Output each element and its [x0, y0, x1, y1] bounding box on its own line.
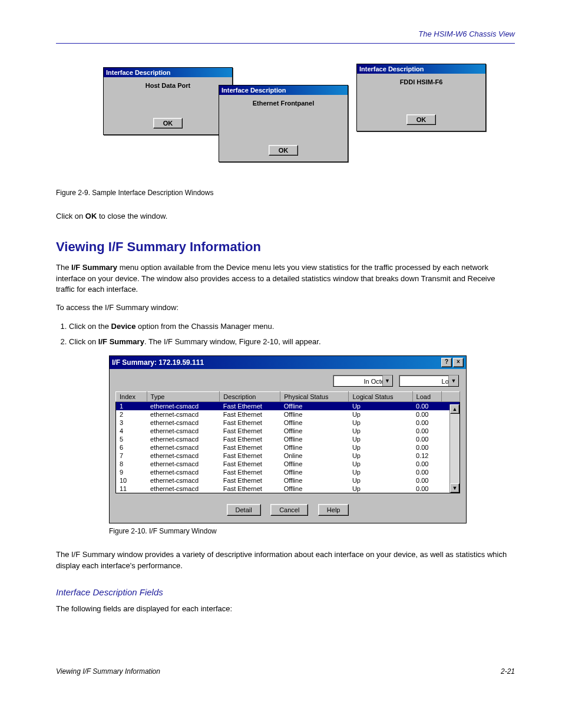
steps-list: Click on the Device option from the Chas…	[56, 321, 515, 347]
cell-log: Up	[349, 435, 412, 443]
cell-phys: Offline	[280, 460, 349, 468]
footer-left: Viewing I/F Summary Information	[56, 667, 160, 676]
cell-phys: Offline	[280, 435, 349, 443]
table-row[interactable]: 8ethernet-csmacdFast EthernetOfflineUp0.…	[116, 460, 460, 468]
help-button[interactable]: Help	[318, 504, 349, 516]
col-type[interactable]: Type	[147, 392, 220, 402]
cell-phys: Offline	[280, 476, 349, 485]
header-rule	[56, 43, 515, 44]
help-icon[interactable]: ?	[441, 358, 452, 367]
dialog-text: Host Data Port	[104, 77, 232, 94]
combo-metric[interactable]: In Octets ▼	[333, 375, 393, 387]
cell-load: 0.00	[412, 427, 441, 435]
cell-load: 0.12	[412, 452, 441, 460]
table-row[interactable]: 10ethernet-csmacdFast EthernetOfflineUp0…	[116, 476, 460, 485]
cell-desc: Fast Ethernet	[220, 468, 280, 476]
close-icon[interactable]: ×	[453, 358, 464, 367]
col-log[interactable]: Logical Status	[349, 392, 412, 402]
cell-load: 0.00	[412, 443, 441, 452]
cell-type: ethernet-csmacd	[147, 476, 220, 485]
paragraph: The I/F Summary window provides a variet…	[56, 549, 515, 572]
cell-load: 0.00	[412, 476, 441, 485]
ok-button[interactable]: OK	[269, 145, 299, 156]
col-index[interactable]: Index	[116, 392, 147, 402]
paragraph: Click on OK to close the window.	[56, 211, 515, 222]
ok-button[interactable]: OK	[153, 118, 183, 129]
cell-idx: 10	[116, 476, 147, 485]
figure-caption-1: Figure 2-9. Sample Interface Description…	[56, 189, 515, 197]
table-row[interactable]: 1ethernet-csmacdFast EthernetOfflineUp0.…	[116, 402, 460, 411]
table-row[interactable]: 5ethernet-csmacdFast EthernetOfflineUp0.…	[116, 435, 460, 443]
figure-caption-2: Figure 2-10. I/F Summary Window	[109, 527, 515, 535]
cell-desc: Fast Ethernet	[220, 443, 280, 452]
combo-mode[interactable]: Load ▼	[399, 375, 459, 387]
cell-log: Up	[349, 419, 412, 427]
scroll-up-icon[interactable]: ▲	[450, 404, 459, 414]
dialog-host-data-port: Interface Description Host Data Port OK	[103, 67, 233, 135]
cell-idx: 5	[116, 435, 147, 443]
dialog-ethernet-frontpanel: Interface Description Ethernet Frontpane…	[219, 85, 348, 162]
dialog-title: Interface Description	[219, 85, 348, 95]
cell-log: Up	[349, 402, 412, 411]
cancel-button[interactable]: Cancel	[270, 504, 308, 516]
cell-type: ethernet-csmacd	[147, 435, 220, 443]
cell-idx: 4	[116, 427, 147, 435]
cell-log: Up	[349, 485, 412, 493]
cell-type: ethernet-csmacd	[147, 443, 220, 452]
cell-desc: Fast Ethernet	[220, 402, 280, 411]
cell-type: ethernet-csmacd	[147, 468, 220, 476]
cell-phys: Offline	[280, 485, 349, 493]
cell-load: 0.00	[412, 460, 441, 468]
ok-button[interactable]: OK	[406, 114, 437, 125]
cell-load: 0.00	[412, 468, 441, 476]
chevron-down-icon[interactable]: ▼	[382, 375, 392, 386]
col-load[interactable]: Load	[412, 392, 441, 402]
cell-log: Up	[349, 452, 412, 460]
cell-type: ethernet-csmacd	[147, 427, 220, 435]
cell-phys: Offline	[280, 443, 349, 452]
if-summary-window: I/F Summary: 172.19.59.111 ? × In Octets…	[109, 355, 467, 523]
cell-type: ethernet-csmacd	[147, 485, 220, 493]
dialog-text: Ethernet Frontpanel	[219, 95, 348, 111]
table-row[interactable]: 4ethernet-csmacdFast EthernetOfflineUp0.…	[116, 427, 460, 435]
col-desc[interactable]: Description	[220, 392, 280, 402]
chevron-down-icon[interactable]: ▼	[448, 375, 458, 386]
window-title: I/F Summary: 172.19.59.111	[112, 358, 204, 367]
cell-idx: 6	[116, 443, 147, 452]
cell-idx: 2	[116, 410, 147, 419]
cell-desc: Fast Ethernet	[220, 410, 280, 419]
cell-desc: Fast Ethernet	[220, 452, 280, 460]
cell-phys: Offline	[280, 427, 349, 435]
paragraph: The following fields are displayed for e…	[56, 604, 515, 615]
cell-idx: 8	[116, 460, 147, 468]
scroll-down-icon[interactable]: ▼	[450, 483, 459, 493]
interface-table[interactable]: Index Type Description Physical Status L…	[115, 391, 460, 493]
cell-idx: 3	[116, 419, 147, 427]
cell-idx: 7	[116, 452, 147, 460]
cell-load: 0.00	[412, 419, 441, 427]
cell-desc: Fast Ethernet	[220, 485, 280, 493]
table-row[interactable]: 11ethernet-csmacdFast EthernetOfflineUp0…	[116, 485, 460, 493]
cell-phys: Offline	[280, 410, 349, 419]
figure-dialogs: Interface Description Host Data Port OK …	[56, 67, 515, 185]
detail-button[interactable]: Detail	[227, 504, 261, 516]
table-row[interactable]: 3ethernet-csmacdFast EthernetOfflineUp0.…	[116, 419, 460, 427]
col-phys[interactable]: Physical Status	[280, 392, 349, 402]
page-footer: Viewing I/F Summary Information 2-21	[56, 667, 515, 676]
table-row[interactable]: 7ethernet-csmacdFast EthernetOnlineUp0.1…	[116, 452, 460, 460]
scroll-track[interactable]	[450, 414, 459, 483]
cell-load: 0.00	[412, 402, 441, 411]
cell-log: Up	[349, 460, 412, 468]
step-1: Click on the Device option from the Chas…	[69, 321, 515, 332]
cell-load: 0.00	[412, 435, 441, 443]
table-row[interactable]: 6ethernet-csmacdFast EthernetOfflineUp0.…	[116, 443, 460, 452]
cell-desc: Fast Ethernet	[220, 427, 280, 435]
cell-type: ethernet-csmacd	[147, 410, 220, 419]
table-row[interactable]: 9ethernet-csmacdFast EthernetOfflineUp0.…	[116, 468, 460, 476]
table-row[interactable]: 2ethernet-csmacdFast EthernetOfflineUp0.…	[116, 410, 460, 419]
cell-phys: Offline	[280, 468, 349, 476]
page-header-right: The HSIM-W6 Chassis View	[56, 29, 515, 38]
paragraph: The I/F Summary menu option available fr…	[56, 262, 515, 296]
scrollbar[interactable]: ▲ ▼	[449, 404, 459, 493]
cell-idx: 11	[116, 485, 147, 493]
